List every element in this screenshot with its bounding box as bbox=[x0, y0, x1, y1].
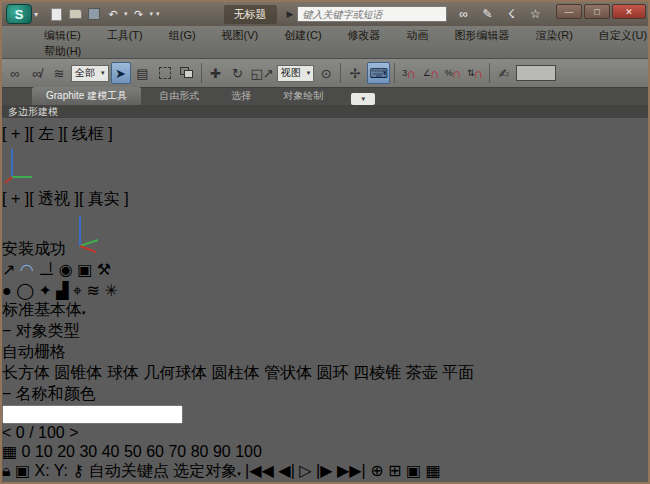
infocenter-expand-icon[interactable]: ▶ bbox=[287, 9, 294, 19]
zoom-extents-button[interactable]: ▣ bbox=[406, 462, 421, 479]
next-frame-button[interactable]: |▶ bbox=[316, 462, 332, 479]
open-mini-curve-editor-button[interactable]: ▦ bbox=[2, 443, 17, 460]
communication-center-icon[interactable]: ☇ bbox=[503, 7, 519, 21]
create-tab[interactable]: ↗ bbox=[2, 261, 15, 278]
utilities-tab[interactable]: ⚒ bbox=[97, 261, 111, 278]
select-and-manipulate-button[interactable]: ✢ bbox=[345, 62, 365, 84]
ribbon-tab-selection[interactable]: 选择 bbox=[217, 87, 265, 105]
select-and-scale-button[interactable]: ◱↗ bbox=[250, 62, 275, 84]
viewport-left-label[interactable]: [ + ][ 左 ][ 线框 ] bbox=[2, 125, 113, 142]
save-file-button[interactable] bbox=[86, 7, 102, 22]
redo-dropdown-arrow-icon[interactable]: ▾ bbox=[150, 10, 154, 18]
spinner-snap-toggle-button[interactable]: ⇅∩ bbox=[465, 62, 485, 84]
modify-tab[interactable]: ◠ bbox=[20, 261, 34, 278]
selection-set-dropdown[interactable]: 选定对象▾ bbox=[173, 462, 245, 479]
unlink-selection-icon[interactable]: ∞̸ bbox=[27, 62, 47, 84]
zoom-all-button[interactable]: ⊞ bbox=[388, 462, 401, 479]
object-name-input[interactable] bbox=[2, 405, 183, 424]
menu-animation[interactable]: 动画 bbox=[395, 28, 441, 43]
geosphere-button[interactable]: 几何球体 bbox=[143, 364, 207, 381]
menu-help[interactable]: 帮助(H) bbox=[32, 44, 93, 59]
display-tab[interactable]: ▣ bbox=[77, 261, 92, 278]
edit-named-selection-sets-button[interactable]: ✍ bbox=[494, 62, 514, 84]
select-and-move-button[interactable]: ✚ bbox=[206, 62, 226, 84]
polygon-modeling-panel-tab[interactable]: 多边形建模 bbox=[8, 106, 58, 117]
ribbon-minimize-button[interactable]: ▾ bbox=[351, 93, 375, 105]
qat-customize-arrow-icon[interactable]: ▾ bbox=[156, 10, 160, 18]
play-button[interactable]: ▷ bbox=[299, 462, 311, 479]
box-button[interactable]: 长方体 bbox=[2, 364, 50, 381]
go-to-end-button[interactable]: ▶▶| bbox=[337, 462, 366, 479]
shapes-category-button[interactable]: ◯ bbox=[16, 282, 34, 299]
go-to-start-button[interactable]: |◀◀ bbox=[245, 462, 274, 479]
select-and-rotate-button[interactable]: ↻ bbox=[228, 62, 248, 84]
favorites-star-icon[interactable]: ☆ bbox=[527, 7, 543, 21]
new-file-button[interactable] bbox=[48, 7, 64, 22]
cameras-category-button[interactable]: ▟ bbox=[56, 282, 68, 299]
selection-lock-icon[interactable]: 🔒︎ bbox=[2, 462, 11, 479]
time-slider-handle[interactable]: 0 / 100 bbox=[16, 424, 65, 441]
next-frame-arrow[interactable]: > bbox=[69, 424, 78, 441]
use-pivot-center-button[interactable]: ⊙ bbox=[316, 62, 336, 84]
redo-button[interactable]: ↷ bbox=[131, 7, 147, 22]
ribbon-tab-object-paint[interactable]: 对象绘制 bbox=[269, 87, 337, 105]
menu-edit[interactable]: 编辑(E) bbox=[32, 28, 93, 43]
close-button[interactable]: ✕ bbox=[612, 4, 646, 19]
angle-snap-toggle-button[interactable]: ∠∩ bbox=[421, 62, 441, 84]
minimize-button[interactable]: — bbox=[556, 4, 582, 19]
viewport-left[interactable]: [ + ][ 左 ][ 线框 ] bbox=[2, 124, 648, 189]
select-by-name-button[interactable]: ▤ bbox=[133, 62, 153, 84]
previous-frame-button[interactable]: ◀| bbox=[278, 462, 294, 479]
menu-customize[interactable]: 自定义(U) bbox=[587, 28, 650, 43]
cone-button[interactable]: 圆锥体 bbox=[54, 364, 102, 381]
named-selection-set-field[interactable] bbox=[516, 65, 556, 81]
menu-views[interactable]: 视图(V) bbox=[210, 28, 271, 43]
primitive-type-dropdown[interactable]: 标准基本体▾ bbox=[2, 300, 648, 321]
ribbon-tab-graphite[interactable]: Graphite 建模工具 bbox=[32, 87, 141, 105]
set-keys-key-icon[interactable]: ⚷︎ bbox=[73, 462, 85, 479]
menu-rendering[interactable]: 渲染(R) bbox=[524, 28, 585, 43]
cylinder-button[interactable]: 圆柱体 bbox=[212, 364, 260, 381]
percent-snap-toggle-button[interactable]: %∩ bbox=[443, 62, 463, 84]
app-menu-arrow-icon[interactable]: ▾ bbox=[34, 10, 38, 19]
helpers-category-button[interactable]: ⌖ bbox=[73, 282, 82, 299]
menu-modifiers[interactable]: 修改器 bbox=[336, 28, 393, 43]
menu-tools[interactable]: 工具(T) bbox=[95, 28, 155, 43]
undo-button[interactable]: ↶ bbox=[105, 7, 121, 22]
track-bar[interactable]: ▦ 0 10 20 30 40 50 60 70 80 90 100 bbox=[2, 442, 648, 461]
select-object-button[interactable]: ➤ bbox=[111, 62, 131, 84]
pyramid-button[interactable]: 四棱锥 bbox=[353, 364, 401, 381]
undo-dropdown-arrow-icon[interactable]: ▾ bbox=[124, 10, 128, 18]
auto-key-button[interactable]: 自动关键点 bbox=[89, 462, 169, 479]
menu-graph-editors[interactable]: 图形编辑器 bbox=[443, 28, 522, 43]
window-crossing-toggle[interactable] bbox=[177, 62, 197, 84]
lights-category-button[interactable]: ✦ bbox=[38, 282, 51, 299]
menu-group[interactable]: 组(G) bbox=[157, 28, 208, 43]
search-binoculars-icon[interactable]: ∞ bbox=[455, 7, 471, 21]
open-file-button[interactable] bbox=[67, 7, 83, 22]
systems-category-button[interactable]: ✳ bbox=[104, 282, 117, 299]
bind-to-space-warp-icon[interactable]: ≋ bbox=[49, 62, 69, 84]
space-warps-category-button[interactable]: ≋ bbox=[87, 282, 100, 299]
zoom-extents-all-button[interactable]: ▦ bbox=[425, 462, 440, 479]
viewport-perspective-active[interactable]: [ + ][ 透视 ][ 真实 ] 安装成功 bbox=[2, 189, 648, 260]
ribbon-tab-freeform[interactable]: 自由形式 bbox=[145, 87, 213, 105]
geometry-category-button[interactable]: ● bbox=[2, 282, 12, 299]
reference-coordinate-dropdown[interactable]: 视图▾ bbox=[277, 65, 315, 82]
select-and-link-icon[interactable]: ∞ bbox=[5, 62, 25, 84]
name-color-rollout-header[interactable]: − 名称和颜色 bbox=[2, 384, 648, 405]
motion-tab[interactable]: ◉ bbox=[59, 261, 73, 278]
sphere-button[interactable]: 球体 bbox=[107, 364, 139, 381]
search-input[interactable] bbox=[297, 6, 447, 22]
zoom-button[interactable]: ⊕ bbox=[370, 462, 383, 479]
torus-button[interactable]: 圆环 bbox=[317, 364, 349, 381]
maximize-button[interactable]: □ bbox=[584, 4, 610, 19]
object-type-rollout-header[interactable]: − 对象类型 bbox=[2, 321, 648, 342]
hierarchy-tab[interactable]: ᆜ bbox=[38, 261, 54, 278]
plane-button[interactable]: 平面 bbox=[442, 364, 474, 381]
tube-button[interactable]: 管状体 bbox=[264, 364, 312, 381]
teapot-button[interactable]: 茶壶 bbox=[406, 364, 438, 381]
selection-filter-dropdown[interactable]: 全部▾ bbox=[71, 65, 109, 82]
keyboard-shortcut-override-toggle[interactable]: ⌨ bbox=[367, 62, 390, 84]
previous-frame-arrow[interactable]: < bbox=[2, 424, 11, 441]
